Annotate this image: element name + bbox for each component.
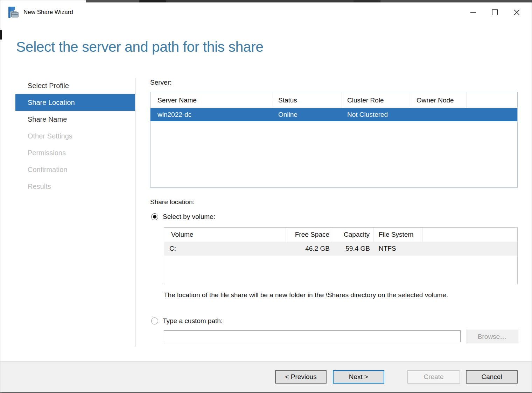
- column-header-file-system[interactable]: File System: [373, 228, 422, 242]
- cancel-button[interactable]: Cancel: [466, 370, 518, 384]
- sidebar-item-results: Results: [15, 178, 135, 195]
- sidebar-item-share-location[interactable]: Share Location: [15, 94, 135, 111]
- close-icon: [513, 9, 520, 16]
- title-bar: New Share Wizard: [0, 2, 532, 22]
- share-location-label: Share location:: [150, 198, 195, 206]
- server-table-header: Server Name Status Cluster Role Owner No…: [150, 92, 517, 108]
- radio-icon[interactable]: [151, 213, 158, 220]
- sidebar-item-select-profile[interactable]: Select Profile: [15, 77, 135, 94]
- select-by-volume-label: Select by volume:: [163, 213, 215, 221]
- sidebar-item-other-settings: Other Settings: [15, 128, 135, 144]
- column-header-server-name[interactable]: Server Name: [150, 92, 273, 108]
- sidebar-item-permissions: Permissions: [15, 144, 135, 161]
- new-share-wizard-dialog: New Share Wizard Select the server and p…: [0, 0, 532, 393]
- server-name-cell: win2022-dc: [150, 108, 273, 121]
- column-header-capacity[interactable]: Capacity: [333, 228, 373, 242]
- wizard-steps-sidebar: Select Profile Share Location Share Name…: [15, 77, 135, 195]
- minimize-button[interactable]: [462, 4, 484, 21]
- background-window-remnant: [86, 0, 532, 2]
- custom-path-input[interactable]: [164, 330, 461, 342]
- blank-cell: [422, 242, 517, 256]
- minimize-icon: [470, 12, 476, 13]
- cluster-role-cell: Not Clustered: [342, 108, 411, 121]
- window-controls: [462, 4, 527, 21]
- previous-button[interactable]: < Previous: [275, 370, 327, 384]
- maximize-icon: [492, 9, 498, 15]
- type-custom-path-radio[interactable]: Type a custom path:: [151, 317, 223, 325]
- column-header-status[interactable]: Status: [273, 92, 342, 108]
- column-header-owner-node[interactable]: Owner Node: [411, 92, 467, 108]
- table-row[interactable]: win2022-dc Online Not Clustered: [150, 108, 517, 121]
- column-header-cluster-role[interactable]: Cluster Role: [342, 92, 411, 108]
- browse-button[interactable]: Browse…: [466, 330, 518, 343]
- free-space-cell: 46.2 GB: [286, 242, 333, 256]
- share-location-note: The location of the file share will be a…: [164, 289, 498, 301]
- type-custom-path-label: Type a custom path:: [163, 317, 223, 325]
- create-button[interactable]: Create: [407, 370, 460, 384]
- next-button[interactable]: Next >: [333, 370, 384, 384]
- status-cell: Online: [273, 108, 342, 121]
- column-header-blank: [467, 92, 517, 108]
- column-header-free-space[interactable]: Free Space: [286, 228, 333, 242]
- file-system-cell: NTFS: [373, 242, 422, 256]
- capacity-cell: 59.4 GB: [333, 242, 373, 256]
- volume-table: Volume Free Space Capacity File System C…: [164, 227, 518, 284]
- server-label: Server:: [150, 79, 172, 86]
- sidebar-item-confirmation: Confirmation: [15, 161, 135, 178]
- close-button[interactable]: [506, 4, 527, 21]
- column-header-volume[interactable]: Volume: [164, 228, 286, 242]
- volume-cell: C:: [164, 242, 286, 256]
- share-wizard-icon: [7, 6, 19, 19]
- background-edge-mark: [0, 30, 2, 40]
- sidebar-item-share-name[interactable]: Share Name: [15, 111, 135, 128]
- footer-bar: < Previous Next > Create Cancel: [0, 361, 532, 392]
- radio-icon[interactable]: [151, 317, 158, 324]
- blank-cell: [467, 108, 517, 121]
- maximize-button[interactable]: [484, 4, 506, 21]
- column-header-blank: [422, 228, 517, 242]
- volume-table-header: Volume Free Space Capacity File System: [164, 228, 517, 242]
- page-title: Select the server and path for this shar…: [16, 39, 264, 55]
- window-title: New Share Wizard: [23, 9, 73, 16]
- table-row[interactable]: C: 46.2 GB 59.4 GB NTFS: [164, 242, 517, 256]
- select-by-volume-radio[interactable]: Select by volume:: [151, 213, 215, 221]
- sidebar-divider: [135, 78, 135, 346]
- server-table: Server Name Status Cluster Role Owner No…: [150, 92, 518, 188]
- owner-node-cell: [411, 108, 467, 121]
